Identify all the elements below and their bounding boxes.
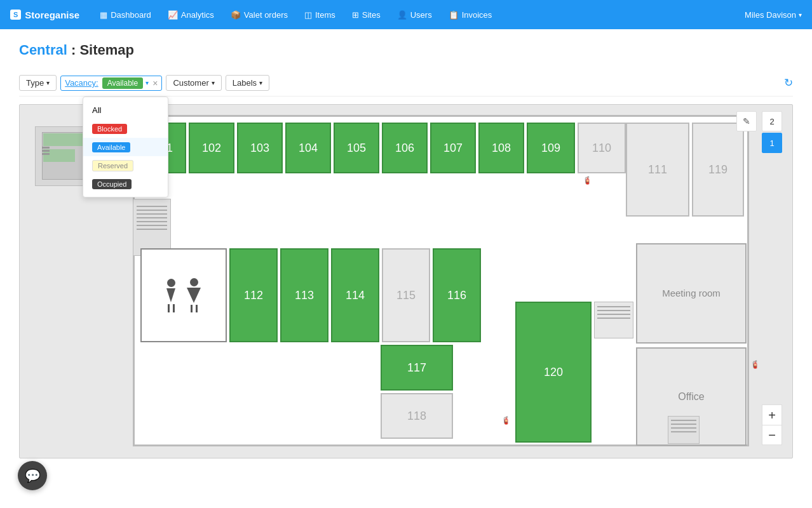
zoom-in-button[interactable]: + (762, 404, 782, 425)
available-badge: Available (92, 142, 130, 152)
zoom-out-button[interactable]: − (762, 425, 782, 445)
unit-106[interactable]: 106 (382, 123, 428, 173)
valet-orders-icon: 📦 (231, 10, 241, 20)
vacancy-dropdown: All Blocked Available Reserved Occupied (83, 97, 168, 197)
users-icon: 👤 (397, 10, 407, 20)
unit-108[interactable]: 108 (478, 123, 524, 173)
brand-logo[interactable]: S Storeganise (10, 10, 79, 20)
reserved-badge: Reserved (92, 160, 133, 171)
user-caret-icon: ▾ (799, 11, 802, 18)
unit-117[interactable]: 117 (381, 345, 453, 391)
unit-120[interactable]: 120 (515, 302, 592, 443)
floor-controls: 2 1 (762, 111, 782, 153)
unit-115[interactable]: 115 (382, 248, 430, 342)
vacancy-close-button[interactable]: × (152, 78, 158, 88)
unit-111[interactable]: 111 (626, 123, 689, 217)
unit-109[interactable]: 109 (527, 123, 575, 173)
invoices-icon: 📋 (449, 10, 459, 20)
blocked-badge: Blocked (92, 124, 127, 134)
nav-valet-orders[interactable]: 📦 Valet orders (223, 0, 295, 29)
unit-103[interactable]: 103 (237, 123, 283, 173)
fire-extinguisher-2: 🧯 (501, 416, 511, 425)
brand-name: Storeganise (25, 10, 79, 20)
fire-extinguisher-1: 🧯 (583, 176, 592, 185)
chat-icon: 💬 (25, 468, 41, 483)
unit-110[interactable]: 110 (578, 123, 626, 173)
unit-119[interactable]: 119 (692, 123, 744, 217)
type-caret-icon: ▾ (46, 79, 50, 86)
meeting-room[interactable]: Meeting room (636, 243, 747, 344)
zoom-controls: + − (762, 404, 782, 445)
user-name: Miles Davison (745, 10, 796, 20)
dropdown-item-available[interactable]: Available (83, 138, 168, 156)
analytics-icon: 📈 (168, 10, 178, 20)
nav-dashboard[interactable]: ▦ Dashboard (92, 0, 159, 29)
unit-116[interactable]: 116 (433, 248, 481, 342)
dropdown-item-all[interactable]: All (83, 101, 168, 119)
chat-button[interactable]: 💬 (18, 461, 47, 490)
unit-104[interactable]: 104 (285, 123, 331, 173)
unit-113[interactable]: 113 (280, 248, 328, 342)
user-menu[interactable]: Miles Davison ▾ (745, 10, 802, 20)
nav-sites[interactable]: ⊞ Sites (344, 0, 388, 29)
vacancy-caret-icon: ▾ (145, 79, 149, 86)
unit-107[interactable]: 107 (430, 123, 476, 173)
fire-extinguisher-3: 🧯 (750, 360, 760, 369)
nav-invoices[interactable]: 📋 Invoices (441, 0, 500, 29)
page-title: Central : Sitemap (19, 42, 793, 58)
occupied-badge: Occupied (92, 179, 132, 189)
dropdown-item-reserved[interactable]: Reserved (83, 156, 168, 175)
labels-filter-button[interactable]: Labels ▾ (226, 75, 269, 91)
unit-102[interactable]: 102 (189, 123, 234, 173)
sites-icon: ⊞ (352, 10, 359, 20)
unit-112[interactable]: 112 (229, 248, 278, 342)
refresh-button[interactable]: ↻ (784, 76, 793, 90)
hallway-area (594, 302, 633, 338)
navbar: S Storeganise ▦ Dashboard 📈 Analytics 📦 … (0, 0, 812, 29)
labels-caret-icon: ▾ (259, 79, 262, 86)
vacancy-badge: Available (102, 77, 143, 89)
items-icon: ◫ (304, 10, 312, 20)
nav-analytics[interactable]: 📈 Analytics (160, 0, 222, 29)
stairs-area (133, 199, 171, 256)
dropdown-item-blocked[interactable]: Blocked (83, 119, 168, 138)
unit-105[interactable]: 105 (334, 123, 379, 173)
nav-items[interactable]: ◫ Items (297, 0, 343, 29)
floor-1-button[interactable]: 1 (762, 133, 782, 153)
vacancy-label: Vacancy: (65, 78, 98, 88)
brand-icon: S (10, 10, 21, 20)
edit-map-button[interactable]: ✎ (736, 111, 757, 131)
customer-filter-button[interactable]: Customer ▾ (166, 75, 221, 91)
dropdown-item-occupied[interactable]: Occupied (83, 175, 168, 193)
unit-114[interactable]: 114 (331, 248, 379, 342)
customer-caret-icon: ▾ (212, 79, 215, 86)
nav-users[interactable]: 👤 Users (389, 0, 440, 29)
bottom-stairs (668, 416, 700, 444)
bathroom (140, 248, 227, 342)
unit-118[interactable]: 118 (381, 393, 453, 439)
vacancy-filter[interactable]: Vacancy: Available ▾ × (60, 76, 162, 91)
type-filter-button[interactable]: Type ▾ (19, 75, 57, 91)
dashboard-icon: ▦ (100, 10, 107, 20)
floor-2-button[interactable]: 2 (762, 111, 782, 131)
